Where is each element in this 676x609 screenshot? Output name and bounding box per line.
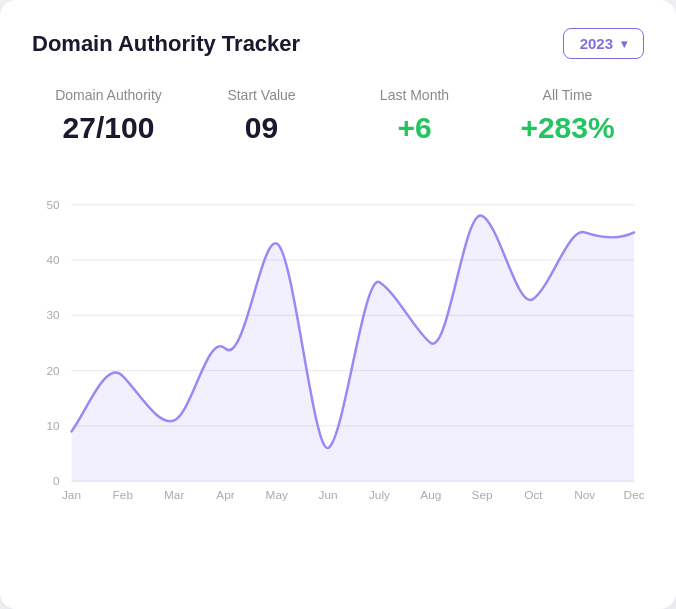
stat-domain-authority: Domain Authority27/100 <box>32 87 185 145</box>
svg-text:Apr: Apr <box>216 488 234 502</box>
year-dropdown-button[interactable]: 2023 ▾ <box>563 28 644 59</box>
stat-value-all-time: +283% <box>491 111 644 145</box>
chevron-down-icon: ▾ <box>621 37 627 51</box>
svg-text:Dec: Dec <box>624 488 644 502</box>
stat-last-month: Last Month+6 <box>338 87 491 145</box>
stat-label-all-time: All Time <box>491 87 644 103</box>
line-chart: 0 10 20 30 40 50 Jan Feb Mar Apr May Jun… <box>32 173 644 513</box>
card-header: Domain Authority Tracker 2023 ▾ <box>32 28 644 59</box>
chart-area: 0 10 20 30 40 50 Jan Feb Mar Apr May Jun… <box>32 173 644 513</box>
svg-text:Jan: Jan <box>62 488 81 502</box>
svg-text:Oct: Oct <box>524 488 543 502</box>
svg-text:Nov: Nov <box>574 488 595 502</box>
svg-text:Aug: Aug <box>420 488 441 502</box>
svg-text:Sep: Sep <box>472 488 493 502</box>
svg-text:July: July <box>369 488 390 502</box>
svg-text:Feb: Feb <box>113 488 134 502</box>
svg-text:Jun: Jun <box>319 488 338 502</box>
chart-fill <box>71 215 634 481</box>
stat-value-last-month: +6 <box>338 111 491 145</box>
svg-text:30: 30 <box>46 308 60 322</box>
svg-text:50: 50 <box>46 198 60 212</box>
card-title: Domain Authority Tracker <box>32 31 300 57</box>
stat-all-time: All Time+283% <box>491 87 644 145</box>
stat-start-value: Start Value09 <box>185 87 338 145</box>
card: Domain Authority Tracker 2023 ▾ Domain A… <box>0 0 676 609</box>
svg-text:40: 40 <box>46 253 60 267</box>
stats-row: Domain Authority27/100Start Value09Last … <box>32 87 644 145</box>
year-label: 2023 <box>580 35 613 52</box>
stat-value-domain-authority: 27/100 <box>32 111 185 145</box>
svg-text:10: 10 <box>46 419 60 433</box>
stat-label-start-value: Start Value <box>185 87 338 103</box>
svg-text:0: 0 <box>53 474 60 488</box>
stat-label-domain-authority: Domain Authority <box>32 87 185 103</box>
svg-text:20: 20 <box>46 364 60 378</box>
svg-text:May: May <box>266 488 288 502</box>
stat-value-start-value: 09 <box>185 111 338 145</box>
svg-text:Mar: Mar <box>164 488 184 502</box>
stat-label-last-month: Last Month <box>338 87 491 103</box>
